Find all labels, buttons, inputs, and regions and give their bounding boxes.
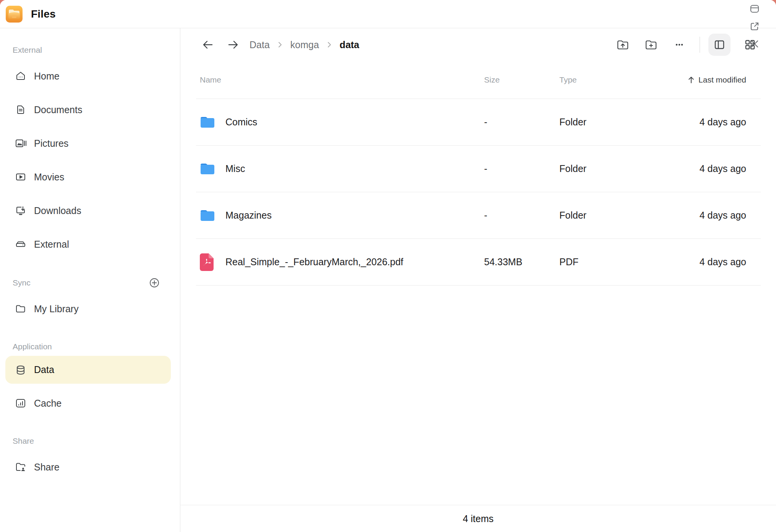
- sidebar-item-label: Movies: [34, 172, 64, 183]
- pictures-icon: [15, 138, 26, 149]
- sidebar-item-movies[interactable]: Movies: [5, 160, 171, 194]
- sort-ascending-icon: [687, 76, 695, 84]
- column-header-modified[interactable]: Last modified: [674, 75, 761, 84]
- sidebar: ExternalHomeDocumentsPicturesMoviesDownl…: [0, 28, 180, 532]
- sidebar-item-label: Share: [34, 462, 60, 473]
- file-name: Magazines: [225, 210, 272, 221]
- file-type: Folder: [559, 163, 674, 174]
- file-size: -: [484, 210, 559, 221]
- file-modified: 4 days ago: [674, 256, 761, 268]
- section-items: DataCache: [0, 356, 180, 420]
- upload-to-folder-button[interactable]: [616, 37, 630, 52]
- movies-icon: [15, 171, 26, 183]
- file-name-cell: Magazines: [196, 206, 484, 225]
- file-name: Comics: [225, 117, 257, 128]
- home-icon: [15, 70, 26, 82]
- column-header-size[interactable]: Size: [484, 75, 559, 84]
- file-type: Folder: [559, 117, 674, 128]
- column-header-type[interactable]: Type: [559, 75, 674, 84]
- file-row-misc[interactable]: Misc-Folder4 days ago: [196, 146, 761, 192]
- breadcrumb-komga[interactable]: komga: [290, 39, 319, 50]
- empty-area: [180, 285, 776, 505]
- section-items: My Library: [0, 292, 180, 326]
- share-folder-icon: [15, 461, 26, 473]
- sidebar-item-cache[interactable]: Cache: [5, 386, 171, 420]
- section-label: Share: [13, 436, 34, 446]
- title-bar: Files: [0, 0, 776, 28]
- item-count: 4 items: [463, 513, 494, 524]
- section-header-share: Share: [13, 436, 160, 446]
- breadcrumb-data[interactable]: Data: [249, 39, 270, 50]
- section-header-sync: Sync: [13, 277, 160, 288]
- file-row-real-simple-februarymarch-2026-pdf[interactable]: Real_Simple_-_FebruaryMarch,_2026.pdf54.…: [196, 239, 761, 285]
- downloads-icon: [15, 205, 26, 216]
- forward-button[interactable]: [227, 38, 240, 51]
- chevron-right-icon: [326, 41, 333, 49]
- file-name: Real_Simple_-_FebruaryMarch,_2026.pdf: [225, 256, 403, 268]
- more-options-button[interactable]: [672, 37, 687, 52]
- file-size: -: [484, 117, 559, 128]
- section-items: HomeDocumentsPicturesMoviesDownloadsExte…: [0, 59, 180, 261]
- status-bar: 4 items: [180, 505, 776, 532]
- folder-icon: [200, 113, 215, 131]
- sidebar-item-external[interactable]: External: [5, 227, 171, 261]
- file-size: -: [484, 163, 559, 174]
- sidebar-item-label: Home: [34, 71, 60, 82]
- file-modified: 4 days ago: [674, 210, 761, 221]
- navigation-toolbar: Datakomgadata: [180, 28, 776, 61]
- app-title: Files: [31, 8, 56, 20]
- column-header-modified-label: Last modified: [698, 75, 746, 84]
- sidebar-item-downloads[interactable]: Downloads: [5, 194, 171, 227]
- sidebar-item-label: My Library: [34, 303, 79, 315]
- table-header: Name Size Type Last modified: [196, 61, 761, 99]
- chevron-right-icon: [276, 41, 284, 49]
- sidebar-item-documents[interactable]: Documents: [5, 93, 171, 127]
- database-icon: [15, 364, 26, 376]
- add-sync-button[interactable]: [149, 277, 160, 289]
- sidebar-item-label: Downloads: [34, 205, 81, 216]
- file-table: Name Size Type Last modified Comics-Fold…: [180, 61, 776, 532]
- files-app-icon: [6, 6, 23, 23]
- new-folder-button[interactable]: [644, 37, 658, 52]
- sidebar-item-label: Pictures: [34, 138, 68, 149]
- section-header-external: External: [13, 45, 160, 55]
- file-name: Misc: [225, 163, 245, 174]
- file-row-magazines[interactable]: Magazines-Folder4 days ago: [196, 192, 761, 239]
- cache-chart-icon: [15, 397, 26, 409]
- view-mode-switch: [700, 34, 761, 56]
- sidebar-item-data[interactable]: Data: [5, 356, 171, 384]
- file-row-comics[interactable]: Comics-Folder4 days ago: [196, 99, 761, 146]
- file-name-cell: Misc: [196, 160, 484, 178]
- sidebar-item-my-library[interactable]: My Library: [5, 292, 171, 326]
- sidebar-item-label: Data: [34, 364, 54, 375]
- sidebar-item-pictures[interactable]: Pictures: [5, 127, 171, 160]
- toolbar-actions: [602, 37, 687, 52]
- files-app-window: Files ExternalHomeDocumentsPicturesMovie…: [0, 0, 776, 532]
- sidebar-item-label: Documents: [34, 104, 82, 115]
- file-modified: 4 days ago: [674, 117, 761, 128]
- folder-outline-icon: [15, 303, 26, 315]
- maximize-button[interactable]: [749, 3, 763, 14]
- file-size: 54.33MB: [484, 256, 559, 268]
- section-label: External: [13, 45, 42, 55]
- file-name-cell: Comics: [196, 113, 484, 131]
- list-view-button[interactable]: [708, 34, 731, 56]
- sidebar-item-label: External: [34, 239, 69, 250]
- section-items: Share: [0, 450, 180, 484]
- folder-icon: [200, 160, 215, 178]
- drive-icon: [15, 238, 26, 250]
- sidebar-item-share[interactable]: Share: [5, 450, 171, 484]
- back-button[interactable]: [201, 38, 214, 51]
- file-name-cell: Real_Simple_-_FebruaryMarch,_2026.pdf: [196, 253, 484, 271]
- documents-icon: [15, 104, 26, 115]
- folder-icon: [200, 206, 215, 225]
- section-label: Application: [13, 342, 52, 351]
- file-type: Folder: [559, 210, 674, 221]
- column-header-name[interactable]: Name: [196, 75, 484, 84]
- grid-view-button[interactable]: [739, 34, 761, 56]
- section-label: Sync: [13, 278, 31, 287]
- pdf-icon: [200, 253, 215, 271]
- breadcrumb: Datakomgadata: [249, 39, 359, 50]
- sidebar-item-home[interactable]: Home: [5, 59, 171, 93]
- main-panel: Datakomgadata Name Size Type Last modifi…: [180, 28, 776, 532]
